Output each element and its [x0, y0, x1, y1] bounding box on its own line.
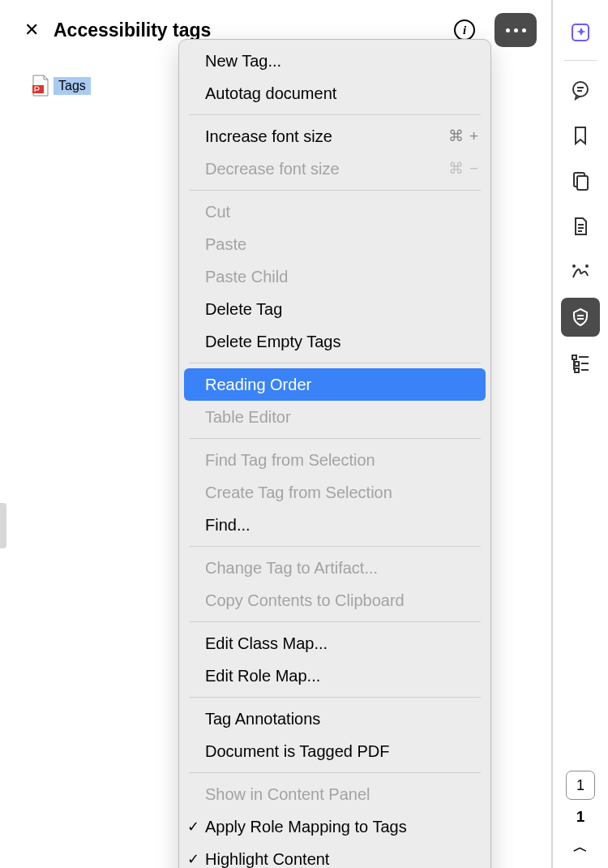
- menu-item-paste: Paste: [179, 228, 490, 260]
- pdf-icon: [31, 75, 50, 97]
- menu-item-table-editor: Table Editor: [179, 401, 490, 433]
- menu-item-apply-role-mapping-to-tags[interactable]: ✓Apply Role Mapping to Tags: [179, 810, 490, 843]
- svg-rect-0: [32, 85, 44, 93]
- menu-item-label: Apply Role Mapping to Tags: [205, 814, 407, 840]
- menu-item-label: Edit Class Map...: [205, 630, 328, 656]
- menu-item-label: Edit Role Map...: [205, 663, 320, 689]
- panel-title: Accessibility tags: [54, 19, 439, 41]
- menu-item-label: Find Tag from Selection: [205, 447, 375, 473]
- menu-separator: [189, 190, 481, 191]
- menu-item-copy-contents-to-clipboard: Copy Contents to Clipboard: [179, 584, 490, 617]
- menu-item-label: Document is Tagged PDF: [205, 738, 390, 764]
- menu-item-label: Create Tag from Selection: [205, 479, 392, 505]
- menu-item-label: Decrease font size: [205, 156, 340, 182]
- menu-item-cut: Cut: [179, 196, 490, 228]
- svg-rect-16: [575, 362, 579, 366]
- menu-separator: [189, 772, 481, 773]
- menu-item-tag-annotations[interactable]: Tag Annotations: [179, 703, 490, 735]
- menu-item-label: Table Editor: [205, 404, 291, 430]
- menu-item-show-in-content-panel: Show in Content Panel: [179, 778, 490, 810]
- menu-item-label: Paste Child: [205, 264, 288, 290]
- menu-separator: [189, 363, 481, 363]
- menu-item-shortcut: ⌘ −: [448, 157, 479, 181]
- svg-rect-6: [577, 176, 588, 190]
- menu-item-create-tag-from-selection: Create Tag from Selection: [179, 476, 490, 509]
- page-up-button[interactable]: ︿: [573, 837, 588, 857]
- menu-separator: [189, 438, 481, 439]
- menu-separator: [189, 114, 481, 115]
- svg-point-11: [585, 264, 589, 268]
- rail-separator: [564, 60, 597, 61]
- menu-item-label: Find...: [205, 512, 250, 538]
- menu-item-new-tag[interactable]: New Tag...: [179, 45, 490, 77]
- menu-item-label: Reading Order: [205, 372, 311, 397]
- menu-item-label: Tag Annotations: [205, 706, 320, 732]
- close-panel-button[interactable]: ✕: [24, 21, 39, 39]
- menu-item-label: Increase font size: [205, 123, 332, 149]
- menu-item-increase-font-size[interactable]: Increase font size⌘ +: [179, 120, 490, 153]
- page-number-input[interactable]: 1: [566, 771, 595, 800]
- menu-item-decrease-font-size: Decrease font size⌘ −: [179, 153, 490, 185]
- thumbnails-icon[interactable]: [561, 161, 600, 200]
- menu-item-label: Delete Empty Tags: [205, 329, 341, 355]
- menu-item-label: Delete Tag: [205, 296, 282, 322]
- info-button[interactable]: i: [454, 19, 475, 41]
- tags-root-label[interactable]: Tags: [54, 77, 91, 95]
- attachments-icon[interactable]: [561, 207, 600, 246]
- menu-item-label: Copy Contents to Clipboard: [205, 587, 405, 613]
- right-toolbar: 1 1 ︿: [551, 0, 608, 868]
- menu-item-delete-tag[interactable]: Delete Tag: [179, 293, 490, 325]
- menu-item-find-tag-from-selection: Find Tag from Selection: [179, 444, 490, 476]
- menu-item-label: Show in Content Panel: [205, 781, 370, 807]
- menu-item-paste-child: Paste Child: [179, 260, 490, 293]
- svg-rect-18: [575, 368, 579, 372]
- ai-assistant-icon[interactable]: [561, 13, 600, 52]
- menu-item-delete-empty-tags[interactable]: Delete Empty Tags: [179, 325, 490, 358]
- accessibility-tags-icon[interactable]: [561, 298, 600, 337]
- menu-item-shortcut: ⌘ +: [448, 124, 479, 148]
- accessibility-tags-panel: ✕ Accessibility tags i Tags New Tag...Au…: [0, 0, 551, 868]
- more-options-button[interactable]: [495, 13, 537, 47]
- page-total: 1: [576, 808, 585, 826]
- svg-point-10: [572, 264, 576, 268]
- menu-item-edit-role-map[interactable]: Edit Role Map...: [179, 660, 490, 692]
- svg-rect-14: [572, 355, 576, 359]
- checkmark-icon: ✓: [187, 815, 199, 839]
- tags-context-menu: New Tag...Autotag documentIncrease font …: [178, 39, 491, 868]
- menu-separator: [189, 621, 481, 622]
- signatures-icon[interactable]: [561, 252, 600, 291]
- menu-item-edit-class-map[interactable]: Edit Class Map...: [179, 627, 490, 660]
- menu-item-highlight-content[interactable]: ✓Highlight Content: [179, 843, 490, 868]
- menu-item-reading-order[interactable]: Reading Order: [184, 368, 486, 401]
- menu-item-autotag-document[interactable]: Autotag document: [179, 77, 490, 110]
- comments-icon[interactable]: [561, 71, 600, 110]
- menu-item-document-is-tagged-pdf[interactable]: Document is Tagged PDF: [179, 735, 490, 767]
- menu-item-find[interactable]: Find...: [179, 509, 490, 541]
- panel-resize-handle[interactable]: [0, 503, 6, 548]
- menu-item-label: New Tag...: [205, 48, 281, 74]
- menu-separator: [189, 697, 481, 698]
- menu-item-label: Paste: [205, 231, 246, 257]
- order-panel-icon[interactable]: [561, 343, 600, 382]
- bookmarks-icon[interactable]: [561, 116, 600, 155]
- svg-point-2: [573, 82, 588, 97]
- menu-separator: [189, 546, 481, 547]
- menu-item-change-tag-to-artifact: Change Tag to Artifact...: [179, 552, 490, 584]
- menu-item-label: Change Tag to Artifact...: [205, 555, 378, 581]
- menu-item-label: Highlight Content: [205, 846, 329, 868]
- menu-item-label: Cut: [205, 199, 230, 225]
- checkmark-icon: ✓: [187, 848, 199, 868]
- menu-item-label: Autotag document: [205, 80, 336, 106]
